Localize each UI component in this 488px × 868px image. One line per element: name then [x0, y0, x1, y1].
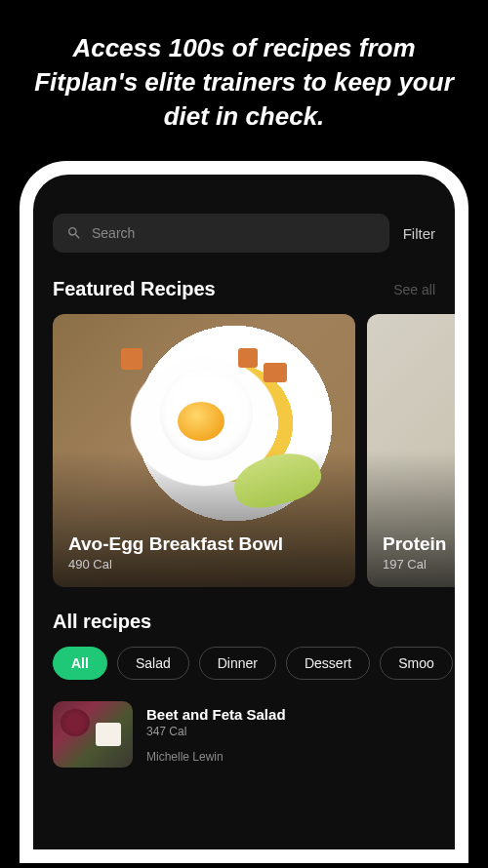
- recipe-card-title: Avo-Egg Breakfast Bowl: [68, 533, 340, 555]
- featured-header: Featured Recipes See all: [33, 270, 455, 314]
- chip-smoothie[interactable]: Smoo: [380, 647, 453, 680]
- chip-salad[interactable]: Salad: [117, 647, 189, 680]
- recipe-card-title: Protein: [383, 533, 455, 555]
- food-decoration: [178, 402, 224, 441]
- recipe-thumbnail: [53, 701, 133, 768]
- see-all-link[interactable]: See all: [393, 282, 435, 297]
- food-decoration: [121, 348, 142, 370]
- featured-card[interactable]: Avo-Egg Breakfast Bowl 490 Cal: [53, 314, 355, 587]
- featured-title: Featured Recipes: [53, 278, 216, 300]
- recipe-author: Michelle Lewin: [146, 750, 435, 764]
- promo-headline: Access 100s of recipes from Fitplan's el…: [0, 0, 488, 161]
- featured-carousel[interactable]: Avo-Egg Breakfast Bowl 490 Cal Protein 1…: [33, 314, 455, 587]
- category-chips[interactable]: All Salad Dinner Dessert Smoo: [33, 647, 455, 697]
- recipe-card-calories: 490 Cal: [68, 557, 340, 572]
- food-decoration: [238, 348, 258, 368]
- search-row: Search Filter: [33, 214, 455, 270]
- recipe-card-calories: 197 Cal: [383, 557, 455, 572]
- search-placeholder: Search: [92, 225, 135, 241]
- chip-dinner[interactable]: Dinner: [199, 647, 276, 680]
- filter-button[interactable]: Filter: [403, 225, 435, 242]
- featured-card[interactable]: Protein 197 Cal: [367, 314, 455, 587]
- chip-dessert[interactable]: Dessert: [286, 647, 370, 680]
- recipe-name: Beet and Feta Salad: [146, 706, 435, 723]
- app-screen: Search Filter Featured Recipes See all A…: [33, 175, 455, 849]
- food-decoration: [228, 445, 326, 515]
- all-recipes-header: All recipes: [33, 587, 455, 647]
- recipe-calories: 347 Cal: [146, 725, 435, 738]
- all-recipes-title: All recipes: [53, 611, 151, 632]
- recipe-list-item[interactable]: Beet and Feta Salad 347 Cal Michelle Lew…: [33, 697, 455, 771]
- chip-all[interactable]: All: [53, 647, 107, 680]
- recipe-info: Beet and Feta Salad 347 Cal Michelle Lew…: [146, 706, 435, 764]
- search-icon: [66, 225, 82, 241]
- phone-frame: Search Filter Featured Recipes See all A…: [20, 161, 468, 863]
- search-input[interactable]: Search: [53, 214, 389, 253]
- food-decoration: [264, 363, 287, 382]
